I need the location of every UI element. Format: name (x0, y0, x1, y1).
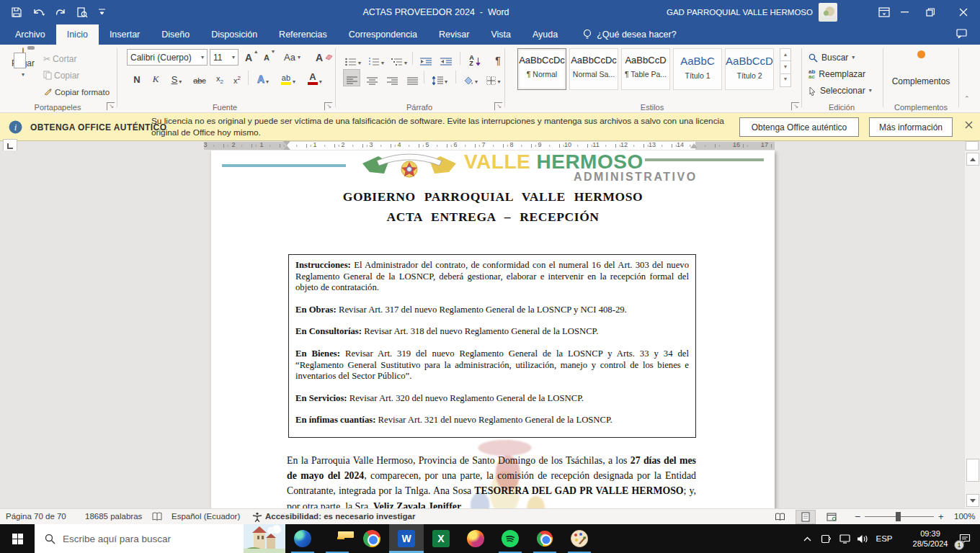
shading-button[interactable]: ▾ (460, 69, 481, 86)
instructions-box[interactable]: Instrucciones:El Administrador del contr… (288, 254, 696, 438)
sort-button[interactable]: AZ (464, 50, 486, 68)
read-mode-button[interactable] (770, 510, 790, 524)
scrollbar-thumb[interactable] (966, 459, 979, 482)
strikethrough-button[interactable]: abc (190, 69, 209, 86)
replace-button[interactable]: abac Reemplazar (808, 66, 865, 82)
start-button[interactable] (0, 524, 35, 553)
vertical-scrollbar[interactable] (964, 150, 980, 508)
taskbar-paint[interactable] (562, 524, 597, 553)
language-indicator[interactable]: Español (Ecuador) (172, 509, 240, 524)
clear-formatting-button[interactable]: A (316, 49, 333, 66)
shrink-font-button[interactable]: A▾ (264, 49, 275, 66)
styles-scroll-down[interactable]: ▼ (780, 61, 791, 74)
hanging-indent-marker[interactable] (283, 145, 290, 150)
tray-device-icon[interactable] (817, 524, 834, 553)
account-avatar[interactable] (819, 3, 837, 22)
page-indicator[interactable]: Página 70 de 70 (6, 509, 66, 524)
highlight-button[interactable]: ab▾ (277, 69, 300, 86)
taskbar-edge[interactable] (285, 524, 320, 553)
document-area[interactable]: VALLE HERMOSO ADMINISTRATIVO GOBIERNO PA… (0, 150, 980, 508)
body-paragraph[interactable]: En la Parroquia Valle Hermoso, Provincia… (287, 453, 696, 508)
style-normal-sa[interactable]: AaBbCcDc Normal Sa... (569, 48, 618, 90)
taskbar-chrome[interactable] (355, 524, 389, 553)
clipboard-dialog-launcher[interactable]: ↘ (107, 102, 115, 110)
scroll-down-icon[interactable] (966, 494, 979, 507)
ruler-toggle-button[interactable] (966, 141, 979, 150)
bullets-button[interactable]: ▾ (343, 50, 363, 68)
tab-correspondencia[interactable]: Correspondencia (338, 24, 428, 45)
word-count[interactable]: 18685 palabras (85, 509, 142, 524)
format-painter-button[interactable]: Copiar formato (43, 84, 110, 100)
more-info-button[interactable]: Más información (869, 117, 953, 137)
borders-button[interactable]: ▾ (484, 69, 503, 86)
minimize-button[interactable] (895, 0, 914, 24)
change-case-button[interactable]: Aa▾ (284, 49, 300, 66)
underline-button[interactable]: S▾ (166, 69, 187, 86)
multilevel-list-button[interactable]: ▾ (389, 50, 409, 68)
tray-clock[interactable]: 09:3928/5/2024 (905, 529, 956, 549)
taskbar-chrome-profile[interactable] (527, 524, 562, 553)
text-effects-button[interactable]: A▾ (252, 69, 274, 86)
zoom-level[interactable]: 100% (954, 509, 975, 524)
cut-button[interactable]: ✂Cortar (43, 50, 76, 67)
tab-insertar[interactable]: Insertar (99, 24, 151, 45)
tab-diseno[interactable]: Diseño (151, 24, 200, 45)
accessibility-status[interactable]: Accesibilidad: es necesario investigar (265, 509, 415, 524)
line-spacing-button[interactable]: ▾ (428, 69, 451, 86)
font-name-select[interactable]: Calibri (Cuerpo)▾ (127, 49, 208, 66)
subscript-button[interactable]: x2 (212, 69, 228, 86)
tray-language[interactable]: ESP (873, 524, 895, 553)
superscript-button[interactable]: x2 (229, 69, 245, 86)
font-color-button[interactable]: A▾ (304, 69, 326, 86)
taskbar-search[interactable] (35, 524, 285, 553)
italic-button[interactable]: K (148, 69, 163, 86)
ribbon-display-options-icon[interactable] (873, 0, 895, 24)
restore-button[interactable] (914, 0, 947, 24)
copy-button[interactable]: Copiar (43, 67, 79, 84)
tab-inicio[interactable]: Inicio (56, 24, 99, 45)
zoom-in-icon[interactable]: + (938, 509, 944, 524)
taskbar-excel[interactable]: X (424, 524, 458, 553)
print-layout-button[interactable] (796, 510, 816, 524)
comment-icon[interactable] (956, 29, 967, 38)
addins-button[interactable]: Complementos (885, 50, 957, 86)
increase-indent-button[interactable] (437, 50, 455, 68)
decrease-indent-button[interactable] (416, 50, 435, 68)
select-button[interactable]: Seleccionar▾ (808, 83, 872, 99)
taskbar-file-explorer[interactable] (320, 524, 355, 553)
tab-archivo[interactable]: Archivo (4, 24, 56, 45)
document-page[interactable]: VALLE HERMOSO ADMINISTRATIVO GOBIERNO PA… (211, 150, 775, 508)
tab-vista[interactable]: Vista (480, 24, 522, 45)
show-marks-button[interactable]: ¶ (490, 50, 506, 68)
style-titulo2[interactable]: AaBbCcD Título 2 (725, 48, 774, 90)
taskbar-spotify[interactable] (493, 524, 527, 553)
tray-volume-icon[interactable] (853, 524, 872, 553)
styles-scroll-up[interactable]: ▲ (780, 48, 791, 61)
zoom-slider-thumb[interactable] (896, 512, 901, 521)
close-warning-icon[interactable] (965, 121, 973, 129)
tray-network-icon[interactable] (836, 524, 853, 553)
close-button[interactable] (947, 0, 980, 24)
numbering-button[interactable]: ▾ (366, 50, 386, 68)
tab-referencias[interactable]: Referencias (268, 24, 338, 45)
zoom-out-icon[interactable]: − (855, 509, 860, 524)
justify-button[interactable] (404, 69, 421, 86)
style-normal[interactable]: AaBbCcDc ¶ Normal (517, 48, 566, 90)
get-office-button[interactable]: Obtenga Office auténtico (739, 117, 859, 137)
tray-chevron-icon[interactable] (798, 524, 816, 553)
style-table-pa[interactable]: AaBbCcD ¶ Table Pa... (621, 48, 670, 90)
web-layout-button[interactable] (821, 510, 842, 524)
styles-gallery-more[interactable]: ▼ (780, 74, 791, 87)
align-left-button[interactable] (343, 69, 360, 86)
taskbar-firefox[interactable] (458, 524, 493, 553)
right-indent-marker[interactable] (690, 143, 698, 148)
style-titulo1[interactable]: AaBbC Título 1 (673, 48, 722, 90)
tell-me-box[interactable]: ¿Qué desea hacer? (583, 24, 677, 45)
proofing-icon[interactable] (152, 512, 162, 521)
horizontal-ruler[interactable]: 321 1234567891011121314 1617 (0, 141, 980, 150)
accessibility-icon[interactable] (252, 512, 262, 522)
account-name[interactable]: GAD PARROQUIAL VALLE HERMOSO (667, 0, 813, 24)
tab-ayuda[interactable]: Ayuda (522, 24, 569, 45)
tab-revisar[interactable]: Revisar (428, 24, 480, 45)
bold-button[interactable]: N (130, 69, 144, 86)
